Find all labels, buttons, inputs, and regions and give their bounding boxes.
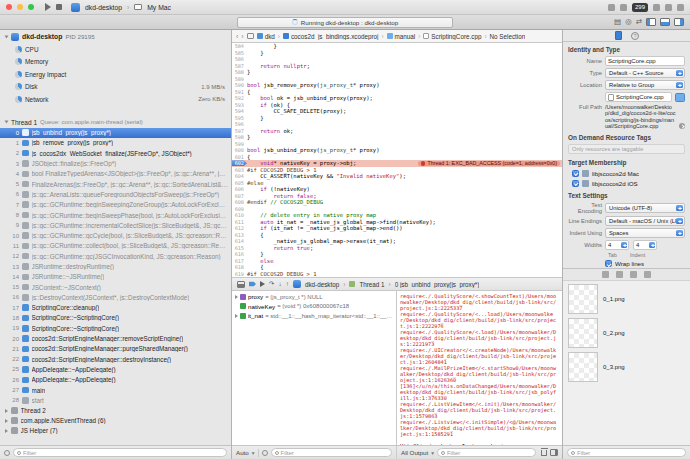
code-snippet-library-icon[interactable] <box>616 271 623 278</box>
toggle-inspector-icon[interactable] <box>674 18 684 26</box>
gauge-row[interactable]: Disk1.9 MB/s <box>0 81 231 94</box>
step-over-icon[interactable]: ↷ <box>269 281 274 288</box>
checkbox[interactable] <box>572 170 579 177</box>
stack-frame[interactable]: 0jsb_unbind_proxy(js_proxy*) <box>0 128 231 138</box>
target-membership-row[interactable]: libjscocos2d Mac <box>563 168 690 178</box>
menubar-badge[interactable]: 299 <box>632 3 648 12</box>
gauge-row[interactable]: NetworkZero KB/s <box>0 93 231 106</box>
stack-frame[interactable]: 4bool FinalizeTypedArenas<JSObject>(js::… <box>0 169 231 179</box>
gauge-row[interactable]: Energy Impact <box>0 68 231 81</box>
stack-frame[interactable]: 7js::gc::GCRuntime::beginSweepingZoneGro… <box>0 200 231 210</box>
type-popup[interactable]: Default - C++ Source <box>605 68 685 78</box>
navigator-filter-input[interactable]: Filter <box>13 448 227 457</box>
stack-frame[interactable]: 18ScriptingCore::~ScriptingCore() <box>0 313 231 323</box>
console-filter-input[interactable]: Filter <box>437 448 536 457</box>
variable-row[interactable]: nativeKey= (void *) 0x608000067c18 <box>232 302 396 312</box>
step-into-icon[interactable]: ↓ <box>278 281 281 288</box>
jumpbar-crumb[interactable]: dkd <box>257 33 275 40</box>
reveal-in-finder-arrow-button[interactable] <box>679 123 685 129</box>
choose-location-button[interactable] <box>675 93 685 102</box>
text-encoding-popup[interactable]: Unicode (UTF-8) <box>605 203 685 213</box>
location-popup[interactable]: Relative to Group <box>605 80 685 90</box>
stack-frame[interactable]: 5FinalizeArenas(js::FreeOp*, js::gc::Are… <box>0 179 231 189</box>
checkbox[interactable] <box>572 180 579 187</box>
library-item[interactable]: 0_2.png <box>568 318 685 348</box>
minimize-button[interactable] <box>17 4 23 10</box>
disclosure-icon[interactable] <box>5 35 9 38</box>
stack-frame[interactable]: 10js::gc::GCRuntime::gcCycle(bool, js::S… <box>0 230 231 240</box>
hide-debug-area-icon[interactable] <box>237 281 245 288</box>
stack-frame[interactable]: 2js_cocos2dx_WebSocket_finalize(JSFreeOp… <box>0 148 231 158</box>
assistant-editor-icon[interactable]: ◎ <box>625 18 632 26</box>
jumpbar-crumb[interactable]: cocos2d_js_bindings.xcodeproj <box>283 33 379 40</box>
step-out-icon[interactable]: ↑ <box>286 281 289 288</box>
file-reference[interactable]: ScriptingCore.cpp <box>605 92 672 102</box>
menubar-status-icon[interactable] <box>608 4 615 11</box>
quick-help-tab[interactable] <box>631 32 639 40</box>
clear-console-icon[interactable] <box>541 450 547 456</box>
indent-width-stepper[interactable]: 4 <box>633 240 657 250</box>
variable-row[interactable]: it_nat= std::__1::__hash_map_iterator<st… <box>232 311 396 321</box>
gauge-row[interactable]: CPU <box>0 43 231 56</box>
stack-frame[interactable]: 26AppDelegate::~AppDelegate() <box>0 375 231 385</box>
stack-frame[interactable]: 14JSRuntime::~JSRuntime() <box>0 272 231 282</box>
code-line[interactable]: 619#if COCOS2D_DEBUG > 1 <box>232 271 562 278</box>
jumpbar-crumb[interactable]: manual <box>387 33 416 40</box>
stack-frame[interactable]: 27main <box>0 385 231 395</box>
stack-frame[interactable]: 8js::gc::GCRuntime::beginSweepPhase(bool… <box>0 210 231 220</box>
stack-frame[interactable]: 15JSContext::~JSContext() <box>0 282 231 292</box>
jumpbar-crumb[interactable]: No Selection <box>490 33 526 40</box>
stack-frame[interactable]: 1jsb_remove_proxy(js_proxy*) <box>0 138 231 148</box>
wrap-lines-checkbox[interactable] <box>605 260 612 267</box>
process-row[interactable]: dkd-desktop PID 29195 <box>0 30 231 43</box>
file-template-library-icon[interactable] <box>602 271 609 278</box>
disclosure-icon[interactable] <box>5 121 9 124</box>
tab-width-stepper[interactable]: 4 <box>605 240 629 250</box>
scheme-name[interactable]: dkd-desktop <box>85 4 122 11</box>
stack-frame[interactable]: 25AppDelegate::~AppDelegate() <box>0 364 231 374</box>
scheme-device[interactable]: My Mac <box>147 4 171 11</box>
breakpoints-toggle-icon[interactable] <box>249 281 256 288</box>
version-editor-icon[interactable]: ⇄ <box>636 18 642 26</box>
console-output[interactable]: require<./.QualityScore/<.showCountText)… <box>397 291 562 445</box>
target-membership-row[interactable]: libjscocos2d iOS <box>563 178 690 188</box>
close-button[interactable] <box>6 4 12 10</box>
stack-frame[interactable]: 11js::gc::GCRuntime::collect(bool, js::S… <box>0 241 231 251</box>
toggle-debug-area-icon[interactable] <box>660 18 670 26</box>
thread-row[interactable]: com.apple.NSEventThread (6) <box>0 416 231 426</box>
menubar-status-icon[interactable] <box>677 4 684 11</box>
menubar-status-icon[interactable] <box>653 4 660 11</box>
thread-row[interactable]: Thread 2 <box>0 406 231 416</box>
stack-frame[interactable]: 22cocos2d::ScriptEngineManager::destroyI… <box>0 354 231 364</box>
stack-frame[interactable]: 20cocos2d::ScriptEngineManager::removeSc… <box>0 333 231 343</box>
forward-button[interactable]: › <box>241 33 243 40</box>
debug-thread-selector[interactable]: Thread 1 <box>359 281 384 288</box>
toggle-navigator-icon[interactable] <box>646 18 656 26</box>
back-button[interactable]: ‹ <box>236 33 238 40</box>
debug-app-name[interactable]: dkd-desktop <box>305 281 339 288</box>
console-pane-toggle-icon[interactable] <box>550 449 558 456</box>
debug-frame-selector[interactable]: 0 jsb_unbind_proxy(js_proxy*) <box>395 281 480 288</box>
variable-row[interactable]: proxy= (js_proxy_t *) NULL <box>232 292 396 302</box>
stack-frame[interactable]: 9js::gc::GCRuntime::incrementalCollectSl… <box>0 220 231 230</box>
line-endings-popup[interactable]: Default - macOS / Unix (LF) <box>605 216 685 226</box>
stop-button[interactable] <box>56 4 62 10</box>
related-items-icon[interactable] <box>247 33 254 39</box>
object-library-icon[interactable] <box>630 271 637 278</box>
scope-selector[interactable]: Auto <box>236 449 249 456</box>
menubar-status-icon[interactable] <box>620 4 627 11</box>
filter-scope-icon[interactable] <box>4 450 10 456</box>
name-field[interactable]: ScriptingCore.cpp <box>605 56 685 66</box>
library-item[interactable]: 0_1.png <box>568 284 685 314</box>
jumpbar-crumb[interactable]: ScriptingCore.cpp <box>423 33 481 40</box>
stack-frame[interactable]: 21cocos2d::ScriptEngineManager::purgeSha… <box>0 344 231 354</box>
indent-using-popup[interactable]: Spaces <box>605 228 685 238</box>
zoom-button[interactable] <box>28 4 34 10</box>
stack-frame[interactable]: 17ScriptingCore::cleanup() <box>0 303 231 313</box>
stack-frame[interactable]: 13JSRuntime::destroyRuntime() <box>0 261 231 271</box>
library-filter-input[interactable]: Filter <box>567 448 686 457</box>
stack-frame[interactable]: 28start <box>0 395 231 405</box>
thread-header[interactable]: Thread 1 Queue: com.apple.main-thread (s… <box>0 117 231 128</box>
filter-scope-icon[interactable] <box>262 450 268 456</box>
source-editor[interactable]: 584 }585 }586587 return nullptr;588}5895… <box>232 43 562 277</box>
